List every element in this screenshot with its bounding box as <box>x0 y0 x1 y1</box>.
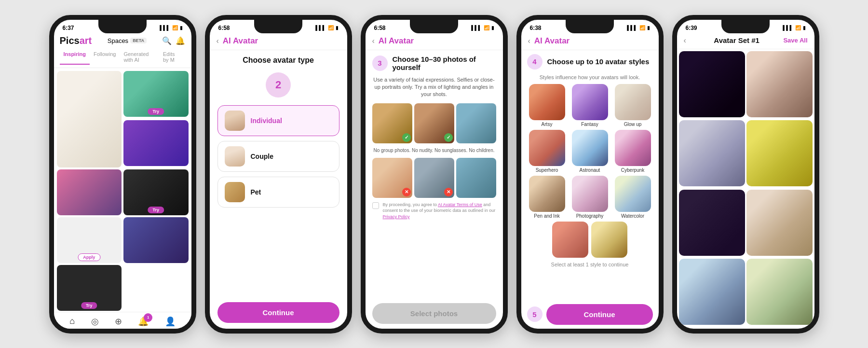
style-photography[interactable]: Photography <box>570 176 610 219</box>
couple-label: Couple <box>251 153 273 160</box>
avatar-6[interactable] <box>746 190 813 256</box>
wifi-2: 📶 <box>328 25 334 30</box>
nav-profile-icon[interactable]: 👤 <box>165 316 176 327</box>
search-icon[interactable]: 🔍 <box>162 36 172 45</box>
photos-rule: No group photos. No nudity. No sunglasse… <box>372 147 496 154</box>
individual-label: Individual <box>251 117 282 125</box>
tab-generated[interactable]: Generated with AI <box>120 49 159 65</box>
back-btn-4[interactable]: ‹ <box>528 37 530 45</box>
nav-notif-wrapper[interactable]: 🔔 1 <box>138 316 149 327</box>
picsart-spaces[interactable]: Spaces BETA <box>108 37 147 44</box>
style-last1-thumb <box>552 222 588 258</box>
time-1: 6:37 <box>63 25 74 31</box>
style-fantasy-thumb <box>572 84 608 120</box>
ai-avatar-title-2: AI Avatar <box>223 36 258 46</box>
select-photos-btn[interactable]: Select photos <box>372 303 496 324</box>
nav-home-icon[interactable]: ⌂ <box>69 316 75 326</box>
style-cyberpunk-label: Cyberpunk <box>621 167 644 173</box>
signal-5: ▌▌▌ <box>783 25 793 30</box>
photos-grid-top: ✓ ✓ <box>372 103 496 143</box>
nav-explore-icon[interactable]: ◎ <box>91 316 99 327</box>
notif-icon[interactable]: 🔔 <box>176 36 185 45</box>
style-penink[interactable]: Pen and Ink <box>527 176 567 219</box>
style-cyberpunk[interactable]: Cyberpunk <box>613 130 653 173</box>
style-glowup[interactable]: Glow up <box>613 84 653 127</box>
ai-avatar-title-4: AI Avatar <box>534 36 570 46</box>
style-watercolor[interactable]: Watercolor <box>613 176 653 219</box>
avatar-type-content: Choose avatar type 2 Individual Couple P… <box>210 50 347 329</box>
photo-4[interactable]: ✕ <box>372 158 412 198</box>
status-icons-4: ▌▌▌ 📶 ▮ <box>627 25 650 30</box>
avatar-8[interactable] <box>746 259 813 325</box>
back-btn-2[interactable]: ‹ <box>217 37 219 45</box>
style-artsy-label: Artsy <box>542 122 553 127</box>
status-bar-4: 6:38 ▌▌▌ 📶 ▮ <box>521 20 659 33</box>
feed-item-3[interactable] <box>123 120 189 166</box>
avatar-type-pet[interactable]: Pet <box>217 177 339 208</box>
photo-3[interactable] <box>456 103 496 143</box>
style-photography-label: Photography <box>576 213 604 219</box>
avatar-1[interactable] <box>679 51 745 117</box>
avatar-5[interactable] <box>679 190 745 256</box>
spaces-badge: BETA <box>130 38 147 43</box>
style-artsy[interactable]: Artsy <box>527 84 567 127</box>
nav-create-icon[interactable]: ⊕ <box>115 316 122 327</box>
tab-inspiring[interactable]: Inspiring <box>60 49 90 65</box>
picsart-header: Picsart Spaces BETA 🔍 🔔 Inspiring Follow… <box>54 33 191 68</box>
continue-btn-4[interactable]: Continue <box>546 304 653 325</box>
save-all-btn[interactable]: Save All <box>783 37 807 44</box>
style-fantasy[interactable]: Fantasy <box>570 84 610 127</box>
tab-following[interactable]: Following <box>90 49 120 65</box>
style-superhero[interactable]: Superhero <box>527 130 567 173</box>
feed-item-bottle[interactable] <box>57 71 122 167</box>
signal-3: ▌▌▌ <box>471 25 481 30</box>
feed-item-5[interactable]: Try <box>123 169 189 215</box>
battery-icon-1: ▮ <box>180 25 183 30</box>
feed-item-7[interactable] <box>123 217 189 263</box>
picsart-action-icons: 🔍 🔔 <box>162 36 185 45</box>
feed-item-4[interactable] <box>57 169 122 215</box>
photos-desc: Use a variety of facial expressions. Sel… <box>372 76 496 98</box>
avatar-type-individual[interactable]: Individual <box>217 105 339 136</box>
style-last2[interactable] <box>591 222 627 258</box>
privacy-link[interactable]: Privacy Policy <box>383 214 410 219</box>
feed-item-8[interactable]: Try <box>57 265 122 311</box>
style-last1[interactable] <box>552 222 588 258</box>
avatar-3[interactable] <box>679 120 745 186</box>
tab-edits[interactable]: Edits by M <box>159 49 186 65</box>
pet-thumb <box>225 182 245 202</box>
pet-label: Pet <box>251 188 261 196</box>
style-penink-thumb <box>529 176 565 212</box>
feed-item-monster[interactable]: Try <box>123 71 189 117</box>
back-btn-5[interactable]: ‹ <box>684 36 686 45</box>
style-superhero-thumb <box>529 130 565 166</box>
back-btn-3[interactable]: ‹ <box>372 37 375 45</box>
consent-checkbox[interactable] <box>372 202 379 209</box>
wifi-5: 📶 <box>795 25 801 30</box>
avatar-7[interactable] <box>679 259 745 325</box>
feed-try-btn-3[interactable]: Try <box>81 302 97 309</box>
photo-5[interactable]: ✕ <box>414 158 454 198</box>
wifi-4: 📶 <box>639 25 645 30</box>
photo-6[interactable] <box>456 158 496 198</box>
photos-content: 3 Choose 10–30 photos of yourself Use a … <box>366 50 503 329</box>
feed-try-btn-1[interactable]: Try <box>148 108 164 115</box>
terms-link[interactable]: AI Avatar Terms of Use <box>438 202 482 207</box>
photo-2[interactable]: ✓ <box>414 103 454 143</box>
photo-1[interactable]: ✓ <box>372 103 412 143</box>
feed-item-6[interactable]: Apply <box>57 217 122 263</box>
feed-apply-btn[interactable]: Apply <box>78 253 100 261</box>
status-icons-1: ▌▌▌ 📶 ▮ <box>160 25 182 30</box>
avatar-type-couple[interactable]: Couple <box>217 141 339 172</box>
time-2: 6:58 <box>218 25 230 31</box>
battery-4: ▮ <box>647 25 650 30</box>
style-glowup-label: Glow up <box>624 122 642 127</box>
status-icons-2: ▌▌▌ 📶 ▮ <box>315 25 338 30</box>
style-astronaut[interactable]: Astronaut <box>570 130 610 173</box>
photos-screen: ‹ AI Avatar 3 Choose 10–30 photos of you… <box>366 33 503 329</box>
feed-grid: Try Try Apply Try <box>54 68 191 312</box>
continue-btn-2[interactable]: Continue <box>217 302 339 323</box>
feed-try-btn-2[interactable]: Try <box>148 207 164 213</box>
avatar-4[interactable] <box>746 120 813 186</box>
avatar-2[interactable] <box>746 51 813 117</box>
